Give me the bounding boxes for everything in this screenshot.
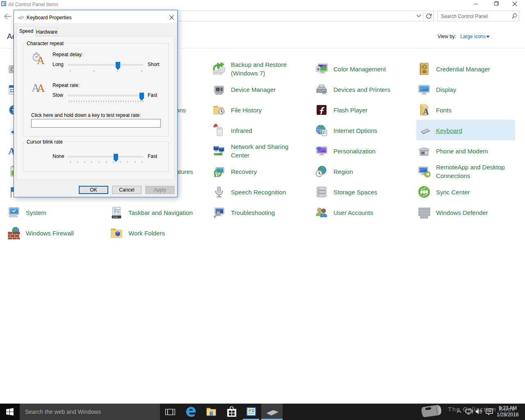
svg-text:A: A [37,55,45,66]
svg-text:A: A [423,107,429,116]
svg-text:A: A [37,82,45,93]
